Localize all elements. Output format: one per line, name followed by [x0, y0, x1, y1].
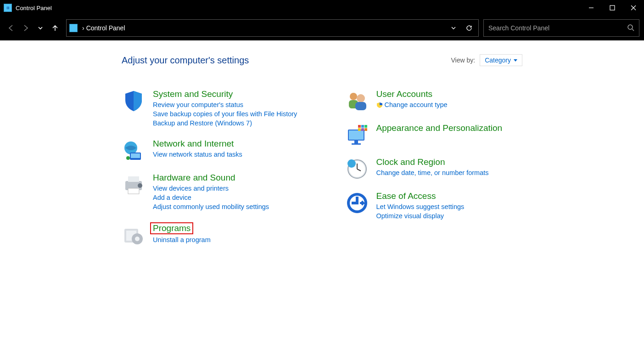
link-add-device[interactable]: Add a device — [153, 194, 269, 201]
category-title-system-security[interactable]: System and Security — [153, 89, 297, 99]
minimize-button[interactable] — [581, 0, 602, 16]
link-backup-restore[interactable]: Backup and Restore (Windows 7) — [153, 119, 297, 127]
svg-rect-25 — [352, 143, 361, 145]
svg-rect-23 — [349, 130, 364, 140]
svg-rect-21 — [355, 102, 366, 110]
recent-locations-button[interactable] — [34, 22, 47, 34]
search-input[interactable] — [488, 24, 623, 32]
svg-rect-11 — [128, 176, 139, 182]
title-bar: ⊞ Control Panel — [0, 0, 644, 16]
search-box[interactable] — [483, 19, 639, 37]
svg-rect-31 — [364, 128, 367, 131]
ease-of-access-icon — [345, 191, 369, 215]
user-accounts-icon — [345, 89, 369, 113]
svg-point-17 — [135, 237, 140, 241]
category-user-accounts: User Accounts Change account type — [345, 89, 523, 113]
page-title: Adjust your computer's settings — [122, 55, 249, 66]
breadcrumb-separator-icon: › — [82, 24, 84, 32]
category-title-ease-of-access[interactable]: Ease of Access — [376, 191, 465, 201]
address-control-panel-icon — [69, 24, 78, 32]
category-title-user-accounts[interactable]: User Accounts — [376, 89, 448, 99]
link-optimize-display[interactable]: Optimize visual display — [376, 212, 465, 220]
category-appearance: Appearance and Personalization — [345, 123, 523, 147]
back-button[interactable] — [5, 22, 17, 34]
svg-rect-27 — [361, 125, 364, 128]
window-title: Control Panel — [16, 5, 52, 11]
link-mobility-settings[interactable]: Adjust commonly used mobility settings — [153, 203, 269, 210]
chevron-down-icon — [514, 59, 517, 62]
category-network-internet: Network and Internet View network status… — [122, 139, 299, 163]
category-hardware-sound: Hardware and Sound View devices and prin… — [122, 173, 299, 212]
svg-point-18 — [350, 93, 357, 100]
link-change-account-type[interactable]: Change account type — [376, 101, 448, 108]
window-controls — [581, 0, 644, 16]
svg-rect-30 — [361, 128, 364, 131]
breadcrumb-item[interactable]: Control Panel — [86, 24, 125, 32]
navigation-bar: › Control Panel — [0, 16, 644, 40]
network-icon — [122, 139, 146, 163]
svg-rect-1 — [610, 6, 615, 10]
svg-rect-12 — [128, 188, 139, 194]
shield-icon — [122, 89, 146, 113]
svg-point-13 — [138, 183, 142, 188]
category-ease-of-access: Ease of Access Let Windows suggest setti… — [345, 191, 523, 221]
link-change-account-type-text: Change account type — [385, 101, 448, 108]
link-review-status[interactable]: Review your computer's status — [153, 101, 297, 108]
link-suggest-settings[interactable]: Let Windows suggest settings — [376, 203, 465, 210]
category-title-programs[interactable]: Programs — [150, 222, 193, 234]
category-column-right: User Accounts Change account type Appear… — [345, 89, 523, 256]
address-dropdown-button[interactable] — [447, 25, 460, 31]
svg-line-5 — [632, 29, 634, 31]
programs-icon — [122, 222, 146, 246]
appearance-icon — [345, 123, 369, 147]
address-bar[interactable]: › Control Panel — [66, 19, 479, 37]
close-button[interactable] — [623, 0, 644, 16]
category-title-appearance[interactable]: Appearance and Personalization — [376, 123, 503, 133]
content-area: Adjust your computer's settings View by:… — [0, 40, 644, 256]
search-icon[interactable] — [627, 24, 634, 33]
svg-rect-28 — [364, 125, 367, 128]
up-button[interactable] — [49, 22, 62, 34]
svg-rect-24 — [354, 141, 358, 143]
category-title-hardware[interactable]: Hardware and Sound — [153, 173, 269, 183]
link-file-history[interactable]: Save backup copies of your files with Fi… — [153, 110, 297, 118]
category-title-clock-region[interactable]: Clock and Region — [376, 157, 489, 167]
svg-point-20 — [357, 94, 365, 102]
svg-point-9 — [126, 156, 130, 160]
svg-point-4 — [628, 25, 633, 29]
printer-icon — [122, 173, 146, 197]
view-by-value: Category — [485, 56, 511, 64]
svg-rect-8 — [131, 153, 140, 158]
svg-point-36 — [347, 159, 356, 168]
link-date-time-formats[interactable]: Change date, time, or number formats — [376, 169, 489, 176]
view-by-select[interactable]: Category — [480, 54, 522, 66]
view-by: View by: Category — [451, 54, 522, 66]
category-system-security: System and Security Review your computer… — [122, 89, 299, 129]
category-column-left: System and Security Review your computer… — [122, 89, 299, 256]
link-uninstall-program[interactable]: Uninstall a program — [153, 236, 211, 243]
control-panel-icon: ⊞ — [4, 4, 12, 12]
uac-shield-icon — [376, 102, 383, 108]
category-title-network[interactable]: Network and Internet — [153, 139, 242, 149]
svg-rect-26 — [358, 125, 361, 128]
forward-button[interactable] — [19, 22, 32, 34]
svg-rect-29 — [358, 128, 361, 131]
view-by-label: View by: — [451, 56, 476, 64]
clock-icon — [345, 157, 369, 181]
link-network-status[interactable]: View network status and tasks — [153, 151, 242, 158]
category-programs: Programs Uninstall a program — [122, 222, 299, 246]
link-devices-printers[interactable]: View devices and printers — [153, 185, 269, 192]
category-clock-region: Clock and Region Change date, time, or n… — [345, 157, 523, 181]
maximize-button[interactable] — [602, 0, 623, 16]
refresh-button[interactable] — [463, 24, 476, 32]
